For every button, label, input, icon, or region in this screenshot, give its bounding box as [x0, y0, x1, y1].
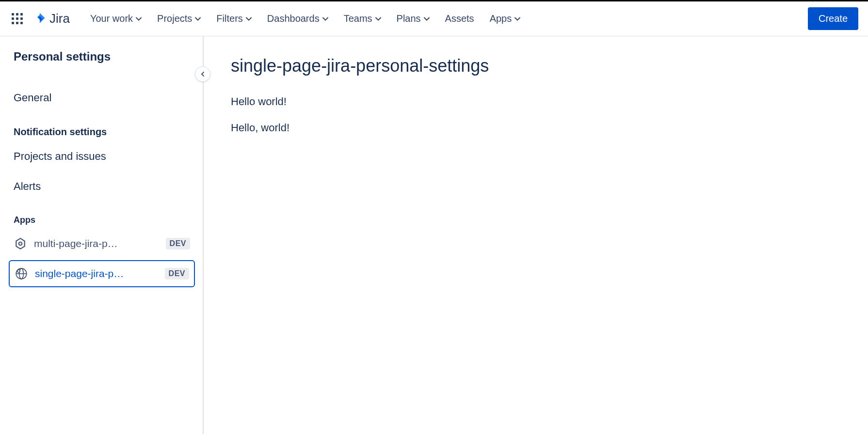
nav-filters[interactable]: Filters [211, 9, 256, 28]
chevron-left-icon [200, 71, 205, 77]
collapse-sidebar-button[interactable] [195, 66, 210, 82]
nav-your-work[interactable]: Your work [85, 9, 146, 28]
nav-label: Assets [445, 13, 474, 24]
nav-plans[interactable]: Plans [392, 9, 434, 28]
nav-label: Dashboards [267, 13, 320, 24]
chevron-down-icon [424, 17, 430, 21]
jira-logo-text: Jira [49, 11, 70, 26]
nav-label: Apps [490, 13, 512, 24]
nav-label: Projects [157, 13, 192, 24]
create-button[interactable]: Create [808, 7, 858, 30]
chevron-down-icon [375, 17, 381, 21]
chevron-down-icon [322, 17, 328, 21]
gear-hex-icon [14, 237, 27, 250]
nav-teams[interactable]: Teams [339, 9, 386, 28]
nav-assets[interactable]: Assets [440, 9, 479, 28]
notification-section-label: Notification settings [14, 126, 195, 138]
dev-badge: DEV [165, 268, 189, 279]
sidebar-link-projects-issues[interactable]: Projects and issues [14, 141, 195, 171]
jira-logo[interactable]: Jira [33, 11, 70, 26]
nav-label: Plans [397, 13, 421, 24]
nav-projects[interactable]: Projects [152, 9, 206, 28]
page-title: single-page-jira-personal-settings [231, 56, 841, 76]
content-line-1: Hello world! [231, 95, 841, 108]
main-content: single-page-jira-personal-settings Hello… [204, 36, 868, 434]
top-navigation: Jira Your work Projects Filters Dashboar… [0, 1, 868, 36]
chevron-down-icon [195, 17, 201, 21]
sidebar-app-single-page[interactable]: single-page-jira-p… DEV [9, 260, 195, 287]
sidebar: Personal settings General Notification s… [0, 36, 204, 434]
nav-label: Filters [216, 13, 242, 24]
apps-section-label: Apps [14, 215, 195, 225]
svg-point-4 [17, 270, 20, 272]
nav-dashboards[interactable]: Dashboards [262, 9, 333, 28]
app-switcher-button[interactable] [10, 11, 25, 27]
chevron-down-icon [514, 17, 520, 21]
globe-icon [15, 267, 28, 280]
app-switcher-icon [12, 13, 23, 25]
chevron-down-icon [136, 17, 142, 21]
nav-apps[interactable]: Apps [485, 9, 526, 28]
nav-label: Teams [344, 13, 372, 24]
content-line-2: Hello, world! [231, 122, 841, 134]
nav-label: Your work [90, 13, 133, 24]
sidebar-app-multi-page[interactable]: multi-page-jira-p… DEV [9, 231, 195, 256]
app-label: multi-page-jira-p… [34, 238, 159, 249]
main-layout: Personal settings General Notification s… [0, 36, 868, 434]
dev-badge: DEV [166, 238, 190, 249]
chevron-down-icon [246, 17, 252, 21]
sidebar-link-general[interactable]: General [14, 83, 195, 113]
nav-items: Your work Projects Filters Dashboards Te… [85, 9, 525, 28]
sidebar-title: Personal settings [14, 50, 195, 63]
app-label: single-page-jira-p… [35, 268, 158, 279]
svg-point-0 [19, 242, 22, 246]
sidebar-link-alerts[interactable]: Alerts [14, 171, 195, 202]
jira-icon [33, 12, 47, 26]
